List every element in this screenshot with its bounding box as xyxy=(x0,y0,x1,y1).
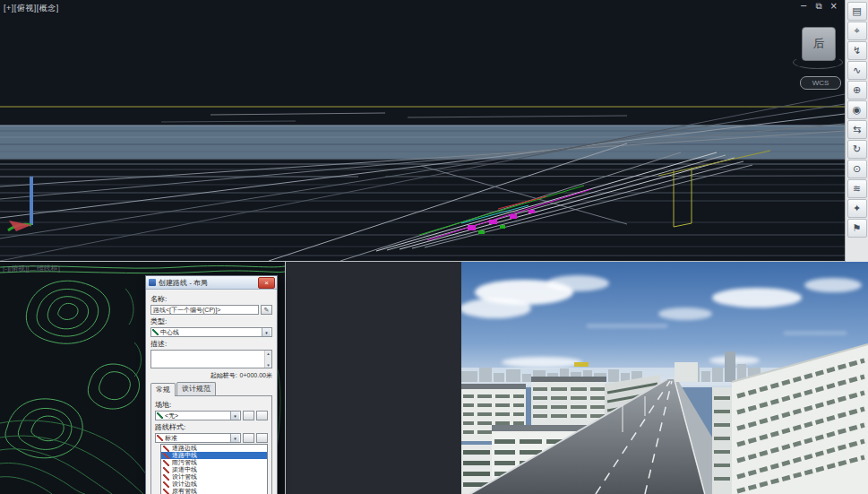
wireframe-drawing xyxy=(0,0,845,261)
alignment-style-icon xyxy=(163,460,169,466)
minimize-icon[interactable]: − xyxy=(800,1,807,12)
scroll-down-icon[interactable]: ▾ xyxy=(267,362,270,368)
style-option-label: 原有管线 xyxy=(172,487,197,494)
restore-icon[interactable]: ⧉ xyxy=(815,1,821,12)
site-combobox[interactable]: <无> ▾ xyxy=(155,411,241,420)
type-label: 类型: xyxy=(150,316,272,326)
refresh-tool-icon[interactable]: ↻ xyxy=(847,140,867,159)
swap-tool-icon[interactable]: ⇆ xyxy=(847,120,867,139)
point-tool-icon[interactable]: ✦ xyxy=(847,199,867,218)
site-pick-icon[interactable] xyxy=(256,411,268,420)
profile-tool-icon[interactable]: ∿ xyxy=(847,61,867,80)
start-station-value: 0+000.00米 xyxy=(240,371,272,380)
viewport-empty[interactable] xyxy=(285,262,461,494)
style-option[interactable]: 原有管线 xyxy=(161,488,267,494)
alignment-style-icon xyxy=(157,435,163,441)
style-edit-icon[interactable] xyxy=(243,433,254,443)
viewport-top-label[interactable]: [+][俯视][概念] xyxy=(4,3,59,14)
surface-tool-icon[interactable]: ≋ xyxy=(847,179,867,198)
viewcube[interactable]: 后 xyxy=(802,27,836,61)
right-tool-strip: ▤ ⌖ ↯ ∿ ⊕ ◉ ⇆ ↻ ⊙ ≋ ✦ ⚑ xyxy=(845,0,868,262)
zoom-tool-icon[interactable]: ⊙ xyxy=(847,160,867,178)
wcs-menu[interactable]: WCS xyxy=(800,76,841,90)
render-scene xyxy=(461,262,868,494)
site-browse-icon[interactable] xyxy=(243,411,254,420)
alignment-style-icon xyxy=(163,474,169,481)
drawing-window-controls: − ⧉ × xyxy=(800,1,838,12)
textarea-scrollbar[interactable]: ▴ ▾ xyxy=(264,351,271,368)
polyline-tool-icon[interactable]: ↯ xyxy=(847,41,867,60)
scroll-up-icon[interactable]: ▴ xyxy=(267,351,270,356)
viewport-contour-label[interactable]: [-][俯视][二维线框] xyxy=(3,264,60,273)
dialog-tabs: 常规 设计规范 xyxy=(150,382,272,395)
centerline-icon xyxy=(152,329,159,335)
site-label: 场地: xyxy=(155,400,268,410)
chevron-down-icon[interactable]: ▾ xyxy=(230,434,239,442)
name-input[interactable] xyxy=(150,305,259,315)
style-dropdown-list: 道路边线 道路中线 雨污管线 渠道中线 xyxy=(160,444,268,494)
chevron-down-icon[interactable]: ▾ xyxy=(262,328,271,336)
tab-design-criteria[interactable]: 设计规范 xyxy=(176,382,216,395)
create-alignment-dialog: 创建路线 - 布局 × 名称: ✎ 类型: 中心线 ▾ 描述: ▴ ▾ xyxy=(145,275,278,494)
dialog-body: 名称: ✎ 类型: 中心线 ▾ 描述: ▴ ▾ 起始桩号: 0+000.00米 xyxy=(146,290,277,494)
target-tool-icon[interactable]: ⌖ xyxy=(847,22,867,40)
flag-tool-icon[interactable]: ⚑ xyxy=(847,219,867,238)
dialog-title: 创建路线 - 布局 xyxy=(159,278,258,288)
name-picker-icon[interactable]: ✎ xyxy=(261,305,272,315)
dialog-title-bar[interactable]: 创建路线 - 布局 × xyxy=(146,276,277,290)
dialog-close-icon[interactable]: × xyxy=(258,277,275,289)
alignment-style-icon xyxy=(163,481,169,488)
viewport-top-wireframe[interactable]: [+][俯视][概念] − ⧉ × 后 WCS ▤ ⌖ ↯ ∿ ⊕ ◉ ⇆ ↻ … xyxy=(0,0,868,262)
orbit-tool-icon[interactable]: ◉ xyxy=(847,100,867,119)
style-pick-icon[interactable] xyxy=(256,433,268,443)
alignment-style-icon xyxy=(163,467,169,473)
style-value: 标准 xyxy=(165,434,177,443)
tab-general[interactable]: 常规 xyxy=(150,383,176,396)
chevron-down-icon[interactable]: ▾ xyxy=(230,412,239,420)
general-tab-panel: 场地: <无> ▾ 路线样式: 标准 ▾ xyxy=(150,395,272,494)
dialog-app-icon xyxy=(149,279,156,286)
style-label: 路线样式: xyxy=(155,422,268,432)
add-tool-icon[interactable]: ⊕ xyxy=(847,81,867,100)
select-tool-icon[interactable]: ▤ xyxy=(847,2,867,21)
alignment-style-icon xyxy=(163,489,169,494)
type-value: 中心线 xyxy=(160,328,179,337)
start-station-row: 起始桩号: 0+000.00米 xyxy=(150,371,272,380)
description-textarea[interactable]: ▴ ▾ xyxy=(150,350,272,368)
cad-app-window: [+][俯视][概念] − ⧉ × 后 WCS ▤ ⌖ ↯ ∿ ⊕ ◉ ⇆ ↻ … xyxy=(0,0,868,494)
description-label: 描述: xyxy=(150,339,272,349)
site-icon xyxy=(157,412,163,419)
start-station-label: 起始桩号: xyxy=(211,371,237,380)
alignment-style-icon xyxy=(163,446,169,452)
alignment-style-icon xyxy=(163,453,169,459)
site-value: <无> xyxy=(165,412,178,420)
close-icon[interactable]: × xyxy=(830,1,838,12)
name-label: 名称: xyxy=(150,294,272,304)
alignment-style-combobox[interactable]: 标准 ▾ xyxy=(155,433,241,443)
type-combobox[interactable]: 中心线 ▾ xyxy=(150,327,272,337)
viewport-3d-render[interactable] xyxy=(461,262,868,494)
